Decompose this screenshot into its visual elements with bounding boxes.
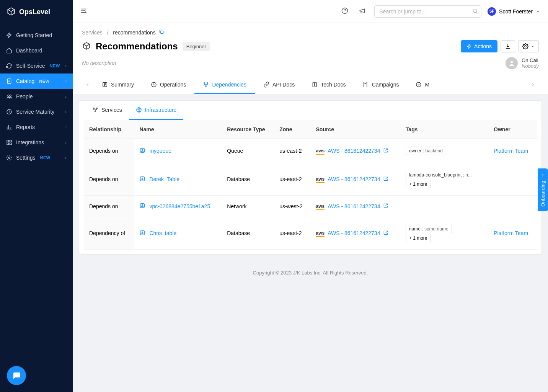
sidebar-item-dashboard[interactable]: Dashboard: [0, 43, 73, 58]
settings-button[interactable]: [518, 40, 539, 52]
tab-scroll-left[interactable]: [82, 82, 93, 88]
tag: lambda-console_blueprint : h...: [406, 171, 475, 179]
resource-name-link[interactable]: Chris_table: [149, 230, 176, 236]
tab-m[interactable]: M: [407, 76, 438, 94]
more-tags-button[interactable]: + 1 more: [406, 180, 431, 188]
resource-icon: [139, 230, 145, 237]
new-badge: NEW: [49, 64, 60, 68]
tab-icon: [203, 82, 209, 88]
subtab-infrastructure[interactable]: Infrastructure: [129, 101, 183, 120]
resource-name-link[interactable]: vpc-026884e2755be1a25: [149, 203, 210, 209]
on-call-label: On Call: [522, 57, 539, 63]
tab-campaigns[interactable]: Campaigns: [354, 76, 408, 94]
chat-bubble-button[interactable]: [7, 366, 26, 385]
svg-point-32: [142, 232, 143, 233]
announcements-button[interactable]: [357, 5, 368, 18]
tab-tech-docs[interactable]: Tech Docs: [303, 76, 354, 94]
chevron-down-icon: [531, 44, 535, 48]
chevron-right-icon: ›: [65, 125, 67, 129]
sidebar-collapse-button[interactable]: [80, 7, 87, 15]
owner-link[interactable]: Platform Team: [494, 230, 528, 236]
external-link-icon[interactable]: [383, 230, 388, 237]
tab-api-docs[interactable]: API Docs: [255, 76, 303, 94]
source-link[interactable]: AWS - 861612422734: [328, 148, 380, 154]
svg-point-2: [10, 95, 11, 96]
clock-icon: [6, 109, 12, 115]
logo-icon: [6, 7, 16, 17]
on-call-value: Nobody: [522, 63, 539, 69]
sidebar-item-label: Getting Started: [16, 32, 52, 38]
resource-type-cell: Queue: [222, 139, 274, 163]
tab-icon: [151, 82, 157, 88]
tab-dependencies[interactable]: Dependencies: [194, 76, 255, 94]
svg-point-30: [142, 204, 143, 206]
svg-rect-5: [10, 140, 11, 142]
chevron-down-icon: [536, 9, 540, 14]
people-icon: [6, 93, 12, 100]
grid-icon: [6, 139, 12, 145]
aws-icon: aws: [316, 230, 325, 236]
subtab-services[interactable]: Services: [85, 101, 129, 120]
search-box: [374, 5, 481, 18]
subtab-icon: [92, 107, 98, 113]
source-link[interactable]: AWS - 861612422734: [328, 176, 380, 182]
chevron-right-icon: ›: [65, 94, 67, 99]
tier-badge: Beginner: [183, 42, 210, 51]
tags-cell: lambda-console_blueprint : h...+ 1 more: [400, 163, 488, 196]
source-link[interactable]: AWS - 861612422734: [328, 230, 380, 236]
home-icon: [6, 47, 12, 54]
breadcrumb-current: recommendations: [113, 29, 155, 36]
owner-link[interactable]: Platform Team: [494, 148, 528, 154]
aws-icon: aws: [316, 204, 325, 209]
column-header: Resource Type: [222, 120, 274, 139]
download-button[interactable]: [501, 40, 515, 52]
sidebar-item-service-maturity[interactable]: Service Maturity ›: [0, 104, 73, 119]
search-input[interactable]: [374, 5, 481, 18]
new-badge: NEW: [39, 79, 49, 83]
zone-cell: us-east-2: [274, 139, 310, 163]
actions-button[interactable]: Actions: [461, 40, 497, 52]
tag: owner : backend: [406, 147, 446, 155]
tab-summary[interactable]: Summary: [93, 76, 142, 94]
svg-point-23: [95, 111, 96, 112]
table-row: Depends on myqueue Queue us-east-2 aws A…: [84, 139, 537, 163]
page-header: Services / recommendations Recommendatio…: [73, 23, 548, 94]
resource-name-link[interactable]: myqueue: [149, 148, 171, 154]
description: No description: [82, 60, 116, 66]
logo[interactable]: OpsLevel: [0, 0, 73, 24]
tab-scroll-right[interactable]: [527, 82, 539, 88]
breadcrumb-parent[interactable]: Services: [82, 29, 103, 36]
external-link-icon[interactable]: [383, 176, 388, 183]
source-link[interactable]: AWS - 861612422734: [328, 203, 380, 209]
tab-icon: [363, 82, 369, 88]
help-button[interactable]: [339, 5, 351, 18]
user-menu[interactable]: SF Scott Foerster: [488, 7, 540, 16]
svg-rect-7: [10, 143, 11, 145]
sidebar-item-label: Service Maturity: [16, 109, 54, 115]
cube-icon: [82, 42, 91, 51]
sidebar-item-getting-started[interactable]: Getting Started: [0, 28, 73, 43]
copy-link-button[interactable]: [159, 29, 164, 36]
tab-operations[interactable]: Operations: [142, 76, 194, 94]
sidebar-item-label: Catalog: [16, 78, 34, 84]
svg-point-8: [8, 157, 10, 158]
sidebar: OpsLevel Getting Started Dashboard Self-…: [0, 0, 73, 392]
sidebar-item-people[interactable]: People ›: [0, 89, 73, 104]
external-link-icon[interactable]: [383, 148, 388, 154]
sidebar-item-catalog[interactable]: Catalog NEW ›: [0, 74, 73, 89]
onboarding-tab[interactable]: Onboarding: [538, 168, 548, 211]
external-link-icon[interactable]: [383, 203, 388, 209]
chat-icon: [12, 371, 21, 380]
page-title: Recommendations: [96, 41, 178, 52]
resource-type-cell: Database: [222, 163, 274, 196]
sidebar-item-integrations[interactable]: Integrations ›: [0, 135, 73, 150]
resource-name-link[interactable]: Derek_Table: [149, 176, 179, 182]
table-row: Depends on Derek_Table Database us-east-…: [84, 163, 537, 196]
sidebar-item-self-service[interactable]: Self-Service NEW ›: [0, 58, 73, 74]
more-tags-button[interactable]: + 1 more: [406, 234, 431, 242]
column-header: Source: [310, 120, 400, 139]
svg-point-13: [510, 61, 513, 63]
column-header: Relationship: [84, 120, 134, 139]
sidebar-item-settings[interactable]: Settings NEW ›: [0, 150, 73, 165]
sidebar-item-reports[interactable]: Reports ›: [0, 119, 73, 135]
